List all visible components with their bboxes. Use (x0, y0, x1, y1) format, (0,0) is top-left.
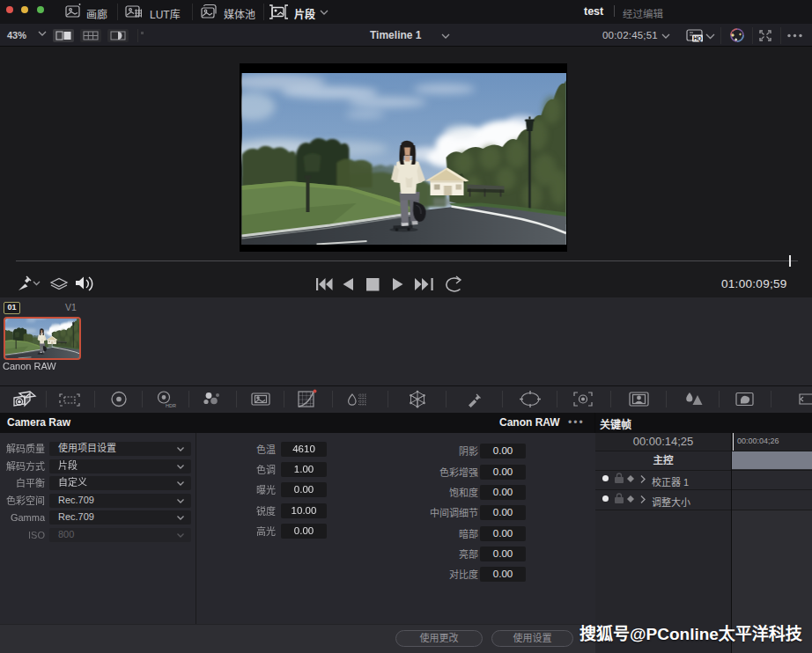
svg-text:HQ: HQ (693, 35, 702, 42)
svg-text:HDR: HDR (166, 403, 176, 408)
